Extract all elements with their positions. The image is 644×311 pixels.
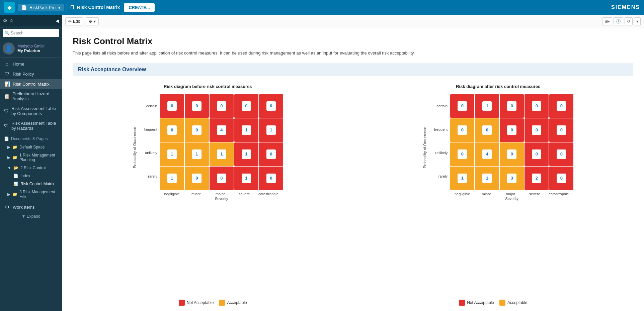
matrix-cell-r3-c3[interactable]: 2 — [525, 167, 549, 190]
diagram-after: Risk diagram after risk control measures… — [423, 84, 573, 201]
matrix-cell-r1-c0[interactable]: 0 — [160, 118, 184, 142]
matrix-cell-r0-c4[interactable]: 0 — [549, 94, 573, 118]
matrix-cell-r2-c0[interactable]: 1 — [160, 142, 184, 166]
matrix-cell-r1-c3[interactable]: 1 — [234, 118, 258, 142]
sidebar-item-risk-assessment-components[interactable]: 🛡 Risk Assessment Table by Components — [0, 104, 62, 118]
create-button[interactable]: CREATE... — [124, 3, 154, 12]
matrix-cell-r0-c3[interactable]: 0 — [234, 94, 258, 118]
tree-item-default-space[interactable]: ▶ 📁 Default Space — [0, 143, 62, 151]
page-description: This page lists all risks before and aft… — [73, 50, 633, 57]
cell-value: 0 — [167, 101, 177, 111]
cell-value: 1 — [192, 149, 202, 159]
layout-button[interactable]: ⊞▾ — [602, 17, 612, 25]
app-name-group[interactable]: 📄 RiskPack Pro ▾ — [18, 4, 64, 11]
matrix-cell-r3-c1[interactable]: 1 — [475, 167, 499, 190]
matrix-cell-r2-c4[interactable]: 0 — [549, 142, 573, 166]
matrix-cell-r1-c3[interactable]: 0 — [525, 118, 549, 142]
tree-item-rcm-active[interactable]: 📊 Risk Control Matrix — [0, 180, 62, 188]
search-input[interactable] — [3, 29, 59, 37]
logo-diamond-icon: ◆ — [7, 4, 11, 11]
cell-value: 1 — [242, 125, 251, 135]
tree-item-risk-mgmt-file[interactable]: ▶ 📁 3 Risk Management File — [0, 188, 62, 201]
matrix-cell-r2-c1[interactable]: 1 — [185, 142, 209, 166]
matrix-cell-r0-c2[interactable]: 0 — [210, 94, 234, 118]
more-button[interactable]: ▾ — [634, 17, 641, 25]
cell-value: 0 — [458, 125, 467, 135]
sidebar-item-risk-control-matrix[interactable]: 📊 Risk Control Matrix — [0, 79, 62, 89]
matrix-cell-r0-c1[interactable]: 1 — [475, 94, 499, 118]
matrix-cell-r1-c1[interactable]: 0 — [475, 118, 499, 142]
user-icon: 👤 — [5, 45, 12, 52]
matrix-cell-r3-c2[interactable]: 3 — [500, 167, 524, 190]
matrix-cell-r3-c0[interactable]: 1 — [450, 167, 474, 190]
folder-icon: 📁 — [12, 145, 17, 149]
col-major: major — [498, 192, 522, 196]
sidebar-item-work-items[interactable]: ⚙ Work Items — [0, 202, 62, 212]
user-org: Medsoto GmbH — [17, 44, 46, 48]
legend-acceptable-before: Acceptable — [219, 300, 247, 306]
matrix-cell-r3-c1[interactable]: 0 — [185, 167, 209, 190]
diagram-before-title: Risk diagram before risk control measure… — [164, 84, 252, 89]
matrix-cell-r0-c3[interactable]: 0 — [525, 94, 549, 118]
row-label-unlikely: unlikely — [140, 141, 157, 165]
cell-value: 0 — [266, 174, 276, 183]
sidebar-item-hazard-label: Preliminary Hazard Analysis — [12, 91, 58, 101]
matrix-cell-r2-c2[interactable]: 1 — [210, 142, 234, 166]
matrix-cell-r0-c0[interactable]: 0 — [160, 94, 184, 118]
sidebar-star-icon[interactable]: ☆ — [9, 18, 14, 23]
sidebar: ⚙ ☆ ◀ 🔍 👤 Medsoto GmbH My Polarion ⌂ Hom… — [0, 15, 62, 311]
matrix-cell-r1-c4[interactable]: 0 — [549, 118, 573, 142]
sidebar-item-risk-policy[interactable]: 🛡 Risk Policy — [0, 69, 62, 79]
cell-value: 0 — [532, 101, 541, 111]
refresh-button[interactable]: ↺ — [625, 17, 633, 25]
matrix-cell-r2-c2[interactable]: 0 — [500, 142, 524, 166]
matrix-cell-r1-c0[interactable]: 0 — [450, 118, 474, 142]
cell-value: 1 — [242, 174, 251, 183]
expand-button[interactable]: ▼ Expand — [0, 212, 62, 221]
sidebar-item-preliminary-hazard[interactable]: 📋 Preliminary Hazard Analysis — [0, 89, 62, 104]
matrix-cell-r3-c4[interactable]: 0 — [549, 167, 573, 190]
tree-item-risk-control[interactable]: ▼ 📂 2 Risk Control — [0, 164, 62, 172]
matrix-cell-r0-c2[interactable]: 0 — [500, 94, 524, 118]
matrix-icon: 📊 — [4, 81, 10, 87]
matrix-cell-r3-c4[interactable]: 0 — [259, 167, 283, 190]
cell-value: 0 — [458, 149, 467, 159]
history-button[interactable]: 🕐 — [614, 17, 623, 25]
sidebar-item-home[interactable]: ⌂ Home — [0, 59, 62, 69]
matrix-cell-r1-c4[interactable]: 1 — [259, 118, 283, 142]
matrix-cell-r0-c0[interactable]: 0 — [450, 94, 474, 118]
matrix-cell-r2-c1[interactable]: 4 — [475, 142, 499, 166]
matrix-cell-r3-c3[interactable]: 1 — [234, 167, 258, 190]
cell-value: 0 — [217, 174, 226, 183]
matrix-cell-r2-c4[interactable]: 0 — [259, 142, 283, 166]
matrix-cell-r1-c2[interactable]: 4 — [210, 118, 234, 142]
matrix-cell-r2-c0[interactable]: 0 — [450, 142, 474, 166]
matrix-cell-r2-c3[interactable]: 1 — [234, 142, 258, 166]
tree-label: Risk Control Matrix — [20, 182, 54, 186]
cell-value: 0 — [242, 101, 251, 111]
sidebar-collapse-button[interactable]: ◀ — [56, 18, 59, 23]
sidebar-item-risk-assessment-hazards[interactable]: 🛡 Risk Assessment Table by Hazards — [0, 118, 62, 133]
matrix-cell-r3-c0[interactable]: 1 — [160, 167, 184, 190]
cell-value: 0 — [507, 101, 516, 111]
matrix-cell-r3-c2[interactable]: 0 — [210, 167, 234, 190]
work-items-label: Work Items — [13, 205, 35, 210]
home-icon: ⌂ — [4, 61, 10, 67]
matrix-cell-r0-c1[interactable]: 0 — [185, 94, 209, 118]
edit-button[interactable]: ✏ Edit — [65, 17, 83, 25]
matrix-cell-r1-c1[interactable]: 0 — [185, 118, 209, 142]
matrix-cell-r1-c2[interactable]: 0 — [500, 118, 524, 142]
tree-item-risk-mgmt[interactable]: ▶ 📁 1 Risk Management Planning — [0, 151, 62, 164]
col-severe: severe — [232, 192, 256, 196]
sidebar-settings-icon[interactable]: ⚙ — [3, 17, 7, 24]
risk-policy-icon: 🛡 — [4, 71, 10, 77]
documents-section-header[interactable]: 📄 Documents & Pages — [0, 134, 62, 143]
app-logo[interactable]: ◆ — [4, 2, 15, 13]
matrix-cell-r0-c4[interactable]: 0 — [259, 94, 283, 118]
tree-item-index[interactable]: 📄 Index — [0, 172, 62, 180]
matrix-cell-r2-c3[interactable]: 0 — [525, 142, 549, 166]
gear-button[interactable]: ⚙ ▾ — [86, 17, 99, 25]
sidebar-top: ⚙ ☆ ◀ — [0, 15, 62, 26]
row-label-certain: certain — [140, 94, 157, 118]
diagram-after-grid-wrap: 01000000000400011320 negligible minor ma… — [450, 94, 573, 201]
